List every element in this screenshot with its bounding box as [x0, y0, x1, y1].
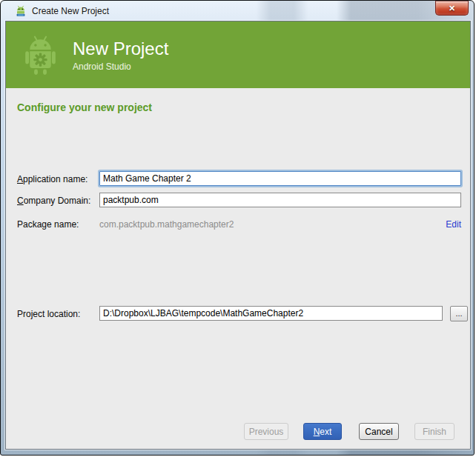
- wizard-title: New Project: [73, 39, 168, 59]
- browse-button[interactable]: ...: [450, 306, 468, 321]
- package-name-label: Package name:: [17, 219, 79, 230]
- project-location-input[interactable]: [99, 306, 443, 321]
- project-location-label: Project location:: [17, 309, 80, 319]
- create-new-project-dialog: Create New Project ✕: [0, 0, 475, 456]
- next-button[interactable]: Next: [303, 423, 342, 440]
- wizard-subtitle: Android Studio: [73, 61, 168, 72]
- package-name-value: com.packtpub.mathgamechapter2: [99, 219, 234, 230]
- close-icon: ✕: [449, 4, 455, 13]
- cancel-button[interactable]: Cancel: [359, 423, 399, 440]
- edit-package-link[interactable]: Edit: [446, 219, 461, 230]
- close-button[interactable]: ✕: [435, 1, 469, 16]
- dialog-content: New Project Android Studio Configure you…: [5, 21, 471, 450]
- company-domain-mnemonic: C: [17, 196, 24, 206]
- application-name-label-text: pplication name:: [23, 174, 87, 184]
- window-title: Create New Project: [32, 6, 109, 16]
- application-name-label: Application name:: [17, 174, 87, 184]
- company-domain-label: Company Domain:: [17, 196, 90, 206]
- wizard-header: New Project Android Studio: [6, 21, 470, 88]
- android-robot-gear-icon: [19, 33, 62, 76]
- page-title: Configure your new project: [17, 101, 152, 113]
- company-domain-input[interactable]: [99, 193, 461, 207]
- wizard-header-text: New Project Android Studio: [73, 39, 168, 72]
- next-button-label-text: ext: [320, 427, 331, 437]
- android-studio-app-icon: [15, 5, 27, 17]
- company-domain-label-text: ompany Domain:: [24, 196, 91, 206]
- application-name-mnemonic: A: [17, 174, 23, 184]
- application-name-input[interactable]: [99, 171, 461, 186]
- titlebar[interactable]: Create New Project ✕: [1, 1, 474, 21]
- previous-button[interactable]: Previous: [244, 423, 288, 440]
- ellipsis-icon: ...: [455, 309, 462, 318]
- finish-button[interactable]: Finish: [414, 423, 454, 440]
